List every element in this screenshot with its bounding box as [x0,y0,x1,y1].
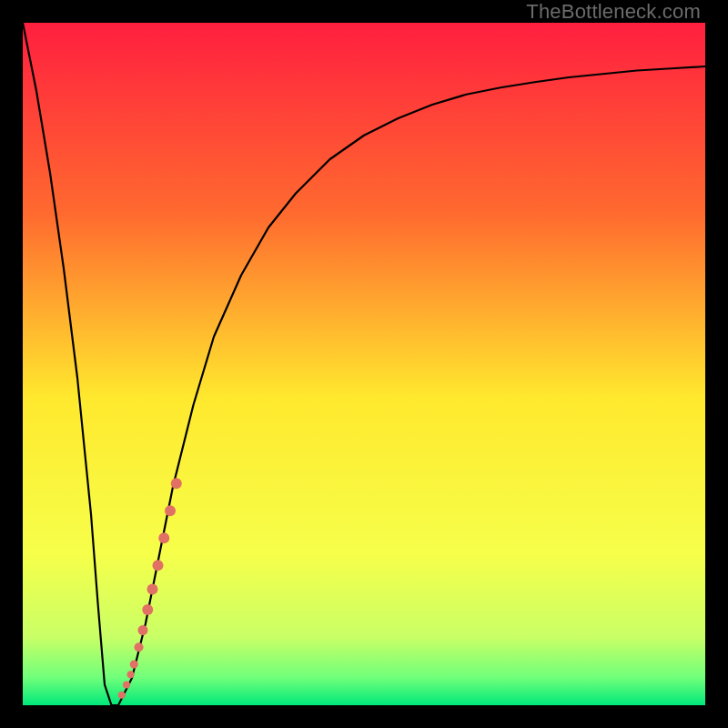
marker-dot [158,532,169,543]
marker-dot [147,584,158,595]
marker-dot [171,478,182,489]
gradient-background [23,23,705,705]
marker-dot [142,604,153,615]
bottleneck-chart [23,23,705,705]
marker-dot [127,671,135,678]
chart-frame [23,23,705,705]
marker-dot [123,682,130,689]
marker-dot [138,625,148,635]
marker-dot [165,505,176,516]
marker-dot [118,692,126,699]
marker-dot [135,642,144,652]
marker-dot [153,560,164,571]
marker-dot [130,661,138,669]
watermark-text: TheBottleneck.com [526,0,701,24]
